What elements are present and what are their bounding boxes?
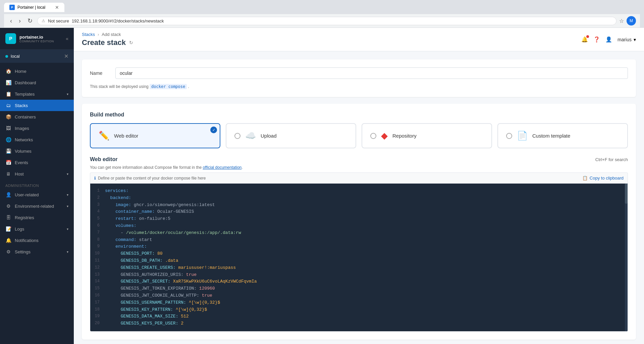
scrollbar-thumb[interactable] (625, 184, 628, 204)
sidebar-item-logs[interactable]: 📝 Logs ▾ (0, 223, 74, 235)
header-actions: 🔔 ❓ 👤 marius ▾ (581, 36, 636, 43)
user-profile-button[interactable]: 👤 (605, 36, 612, 43)
line-number: 9 (90, 243, 105, 250)
method-label-web-editor: Web editor (114, 133, 138, 139)
line-number: 14 (90, 278, 105, 285)
sidebar-item-notifications[interactable]: 🔔 Notifications (0, 235, 74, 246)
sidebar-item-networks[interactable]: 🌐 Networks (0, 134, 74, 145)
registries-icon: 🗄 (5, 215, 11, 220)
breadcrumb-link[interactable]: Stacks (82, 32, 95, 37)
official-docs-link[interactable]: official documentation (203, 165, 241, 170)
code-line: 8 command: start (90, 237, 628, 244)
page-title: Create stack (82, 38, 126, 47)
line-content: GENESIS_USERNAME_PATTERN: ^[\w]{0,32}$ (105, 299, 628, 306)
sidebar-item-environment-related[interactable]: ⚙ Environment-related ▾ (0, 200, 74, 212)
bookmark-button[interactable]: ☆ (619, 18, 624, 24)
help-button[interactable]: ❓ (593, 36, 600, 43)
user-menu[interactable]: marius ▾ (618, 37, 636, 42)
sidebar-item-volumes[interactable]: 💾 Volumes (0, 145, 74, 157)
upload-radio[interactable] (234, 133, 240, 139)
code-editor[interactable]: 1services:2 backend:3 image: ghcr.io/sim… (90, 183, 628, 332)
app-container: P portainer.io COMMUNITY EDITION « local… (0, 28, 644, 344)
code-line: 13 GENESIS_AUTHORIZED_URIS: true (90, 272, 628, 279)
line-content: services: (105, 188, 628, 195)
chevron-down-icon: ▾ (67, 193, 68, 197)
method-card-upload[interactable]: ☁️ Upload (226, 123, 356, 148)
line-number: 10 (90, 250, 105, 257)
sidebar-item-stacks[interactable]: 🗂 Stacks (0, 100, 74, 111)
editor-define-hint: ℹ Define or paste the content of your do… (94, 176, 206, 181)
code-line: 10 GENESIS_PORT: 80 (90, 250, 628, 257)
line-content: GENESIS_JWT_TOKEN_EXPIRATION: 120960 (105, 285, 628, 292)
method-card-web-editor[interactable]: ✓ ✏️ Web editor (90, 123, 220, 148)
hint-code: docker compose (150, 84, 187, 89)
stack-name-input[interactable] (115, 67, 628, 79)
breadcrumb-separator: › (98, 32, 99, 37)
forward-button[interactable]: › (17, 17, 23, 25)
scrollbar-track[interactable] (625, 184, 628, 331)
editor-search-hint: Ctrl+F for search (595, 157, 628, 162)
sidebar-item-home[interactable]: 🏠 Home (0, 65, 74, 77)
sidebar-item-events[interactable]: 📅 Events (0, 157, 74, 168)
editor-toolbar: ℹ Define or paste the content of your do… (90, 173, 628, 183)
sidebar-item-label: Containers (15, 114, 68, 119)
active-tab[interactable]: P Portainer | local ✕ (4, 3, 64, 12)
profile-button[interactable]: M (627, 16, 636, 26)
back-button[interactable]: ‹ (8, 17, 14, 25)
tab-close-button[interactable]: ✕ (55, 5, 59, 10)
refresh-button[interactable]: ↻ (129, 40, 133, 45)
reload-button[interactable]: ↻ (25, 16, 35, 25)
line-number: 1 (90, 188, 105, 195)
tab-title: Portainer | local (17, 5, 52, 10)
repository-icon: ◆ (381, 131, 388, 141)
line-number: 6 (90, 223, 105, 230)
repository-radio[interactable] (370, 133, 376, 139)
selected-checkmark: ✓ (210, 127, 217, 133)
host-icon: 🖥 (5, 171, 11, 177)
build-method-section: Build method ✓ ✏️ Web editor ☁️ Upload (82, 104, 636, 340)
sidebar-item-settings[interactable]: ⚙ Settings ▾ (0, 246, 74, 257)
code-line: 15 GENESIS_JWT_TOKEN_EXPIRATION: 120960 (90, 285, 628, 292)
deploy-hint: This stack will be deployed using docker… (90, 84, 628, 89)
line-content: GENESIS_KEY_PATTERN: ^[\w]{0,32}$ (105, 306, 628, 313)
method-label-upload: Upload (261, 133, 277, 139)
sidebar-item-label: Networks (15, 137, 68, 142)
line-number: 2 (90, 195, 105, 202)
browser-toolbar: ‹ › ↻ ⚠ Not secure 192.168.1.18:9000/#!/… (4, 14, 640, 28)
web-editor-area: Web editor Ctrl+F for search You can get… (90, 156, 628, 332)
security-label: Not secure (48, 18, 69, 23)
method-card-custom-template[interactable]: 📄 Custom template (497, 123, 628, 148)
copy-to-clipboard-button[interactable]: 📋 Copy to clipboard (582, 176, 624, 181)
code-line: 3 image: ghcr.io/simonwep/genesis:latest (90, 202, 628, 209)
environment-icon: ⚙ (5, 203, 11, 209)
breadcrumb-current: Add stack (102, 32, 121, 37)
address-bar[interactable]: ⚠ Not secure 192.168.1.18:9000/#!/2/dock… (37, 17, 616, 25)
sidebar-item-templates[interactable]: 📋 Templates ▾ (0, 88, 74, 100)
browser-tabs: P Portainer | local ✕ (4, 3, 640, 12)
env-close-button[interactable]: ✕ (64, 53, 68, 59)
sidebar-item-images[interactable]: 🖼 Images (0, 122, 74, 134)
sidebar-item-label: Events (15, 160, 68, 165)
security-icon: ⚠ (42, 18, 45, 23)
line-content: GENESIS_AUTHORIZED_URIS: true (105, 272, 628, 279)
define-hint-text: Define or paste the content of your dock… (98, 176, 206, 181)
code-line: 14 GENESIS_JWT_SECRET: XaR7SKwPXkU6uC6vo… (90, 278, 628, 285)
upload-icon: ☁️ (245, 131, 256, 141)
sidebar-item-containers[interactable]: 📦 Containers (0, 111, 74, 122)
sidebar-item-host[interactable]: 🖥 Host ▾ (0, 168, 74, 180)
sidebar-item-user-related[interactable]: 👤 User-related ▾ (0, 189, 74, 200)
line-number: 3 (90, 202, 105, 209)
line-number: 18 (90, 306, 105, 313)
code-line: 2 backend: (90, 195, 628, 202)
name-label: Name (90, 70, 110, 76)
sidebar-item-registries[interactable]: 🗄 Registries (0, 212, 74, 223)
custom-template-radio[interactable] (506, 133, 512, 139)
method-card-repository[interactable]: ◆ Repository (362, 123, 492, 148)
hint-suffix: . (188, 84, 189, 89)
page-header: Stacks › Add stack Create stack ↻ 🔔 ❓ 👤 … (74, 28, 644, 51)
line-content: GENESIS_PORT: 80 (105, 250, 628, 257)
sidebar-collapse-button[interactable]: « (66, 36, 68, 41)
notifications-bell-button[interactable]: 🔔 (581, 36, 588, 43)
sidebar-item-dashboard[interactable]: 📊 Dashboard (0, 77, 74, 88)
copy-icon: 📋 (582, 176, 588, 181)
